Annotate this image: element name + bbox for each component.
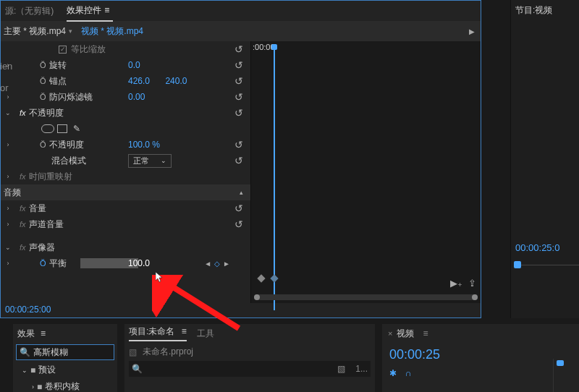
scroll-thumb-left[interactable] [254, 294, 260, 300]
panel-menu-icon[interactable]: ≡ [423, 328, 428, 338]
stopwatch-icon[interactable]: Ŏ [40, 61, 46, 69]
channel-volume-label: 声道音量 [29, 218, 64, 231]
antiflicker-value[interactable]: 0.00 [128, 92, 145, 102]
prev-keyframe-icon[interactable]: ◄ [204, 260, 211, 268]
expand-arrow-icon[interactable]: › [4, 260, 12, 267]
expand-arrow-icon[interactable]: › [4, 61, 12, 69]
rotation-row: › Ŏ 旋转 0.0 ↺ [1, 57, 250, 73]
opacity-value-row: › Ŏ 不透明度 100.0 % ↺ [1, 137, 250, 153]
pen-mask-icon[interactable]: ✎ [73, 124, 80, 134]
playhead[interactable] [269, 44, 279, 51]
expand-arrow-icon[interactable]: › [4, 173, 12, 180]
panel-menu-icon[interactable]: ≡ [104, 5, 113, 15]
timeline-playhead[interactable] [557, 360, 564, 366]
audio-section-header[interactable]: 音频 ▴ [1, 184, 250, 200]
expand-arrow-icon[interactable]: › [4, 141, 12, 148]
panel-menu-icon[interactable]: ≡ [41, 328, 46, 338]
tree-item-kernel[interactable]: › ■ 卷积内核 [13, 378, 117, 392]
collapse-arrow-icon[interactable]: ⌄ [4, 109, 12, 116]
panel-menu-icon[interactable]: ≡ [182, 326, 187, 336]
effects-search[interactable]: 🔍 × [16, 344, 114, 360]
program-tab-label: 节目:视频 [515, 4, 552, 17]
effects-tab-label: 效果 [17, 328, 35, 340]
opacity-value[interactable]: 100.0 % [128, 140, 160, 150]
rotation-value[interactable]: 0.0 [128, 60, 140, 70]
timeline-scrollbar[interactable] [254, 294, 478, 300]
tab-source[interactable]: 源:（无剪辑) [5, 1, 54, 21]
anchor-y[interactable]: 240.0 [165, 76, 187, 86]
tab-tools[interactable]: 工具 [197, 328, 214, 340]
reset-icon[interactable]: ↺ [234, 75, 246, 87]
audio-header-label: 音频 [4, 187, 21, 199]
expand-arrow-icon[interactable]: › [4, 221, 12, 228]
magnet-icon[interactable]: ∩ [405, 368, 412, 378]
reset-icon[interactable]: ↺ [234, 218, 246, 230]
new-bin-icon[interactable]: ▧ [337, 364, 345, 374]
ellipse-mask-icon[interactable] [41, 124, 54, 133]
effect-timeline[interactable]: :00:00 ▶₊ ⇪ [250, 41, 481, 303]
reset-icon[interactable]: ↺ [234, 155, 246, 166]
master-clip-name[interactable]: 主要 * 视频.mp4 [4, 25, 66, 38]
project-search-input[interactable] [147, 364, 333, 375]
current-timecode[interactable]: 00:00:25:00 [1, 303, 481, 316]
fx-icon: fx [20, 220, 26, 229]
channel-volume-row: › fx 声道音量 ↺ [1, 216, 250, 232]
program-playhead[interactable] [514, 261, 521, 268]
play-icon[interactable]: ▶ [469, 27, 475, 35]
reset-icon[interactable]: ↺ [234, 43, 246, 55]
time-ruler[interactable]: :00:00 [251, 41, 481, 57]
timeline-tab[interactable]: × 视频 ≡ [382, 324, 579, 343]
next-keyframe-icon[interactable]: ► [223, 260, 230, 268]
tree-item-presets[interactable]: ⌄ ■ 预设 [13, 362, 117, 378]
stopwatch-icon[interactable]: Ŏ [40, 93, 46, 101]
stopwatch-icon[interactable]: Ŏ [40, 140, 46, 149]
timeline-body: 00:00:25 ✱ ∩ [382, 343, 579, 383]
expand-arrow-icon[interactable]: › [4, 93, 12, 101]
effect-controls-panel: 源:（无剪辑) 效果控件 ≡ 主要 * 视频.mp4 ▾ 视频 * 视频.mp4… [0, 0, 481, 318]
reset-icon[interactable]: ↺ [234, 91, 246, 103]
blend-mode-row: 混合模式 正常 ⌄ ↺ [1, 153, 250, 169]
effects-tab[interactable]: 效果 ≡ [13, 324, 117, 343]
program-timecode[interactable]: 00:00:25:0 [515, 242, 559, 253]
export-icon[interactable]: ⇪ [468, 278, 476, 289]
property-column: ✓ 等比缩放 ↺ › Ŏ 旋转 0.0 ↺ Ŏ 锚点 426.0 240.0 [1, 41, 250, 303]
anchor-label: 锚点 [49, 75, 67, 88]
timeline-ruler-area[interactable] [553, 359, 579, 392]
stopwatch-active-icon[interactable]: Ŏ [40, 259, 46, 268]
expand-arrow-icon[interactable]: › [4, 205, 12, 212]
scroll-thumb-right[interactable] [472, 294, 478, 300]
stopwatch-icon[interactable]: Ŏ [40, 77, 46, 85]
add-keyframe-icon[interactable]: ◇ [214, 260, 220, 268]
tab-label: 效果控件 [67, 4, 101, 17]
rect-mask-icon[interactable] [57, 124, 67, 133]
reset-icon[interactable]: ↺ [234, 107, 246, 119]
checkbox-icon[interactable]: ✓ [59, 46, 67, 54]
program-tab[interactable]: 节目:视频 [511, 0, 579, 20]
folder-icon: ■ [30, 365, 35, 375]
close-tab-icon[interactable]: × [388, 329, 392, 338]
reset-icon[interactable]: ↺ [234, 59, 246, 71]
scale-lock-row: ✓ 等比缩放 ↺ [1, 41, 250, 57]
timeline-timecode[interactable]: 00:00:25 [389, 347, 572, 362]
presets-label: 预设 [38, 364, 56, 376]
fx-icon[interactable]: fx [20, 108, 26, 117]
reset-icon[interactable]: ↺ [234, 139, 246, 150]
keyframe-diamond[interactable] [257, 274, 265, 282]
chevron-down-icon[interactable]: ▾ [69, 27, 72, 35]
opacity-fx-label: 不透明度 [29, 107, 64, 119]
goto-icon[interactable]: ▶₊ [450, 278, 462, 289]
anchor-x[interactable]: 426.0 [128, 76, 150, 86]
tab-project[interactable]: 项目:未命名 ≡ [129, 325, 187, 341]
keyframe-nav: ◄ ◇ ► [204, 260, 230, 268]
tab-effect-controls[interactable]: 效果控件 ≡ [67, 1, 113, 22]
sequence-clip-name[interactable]: 视频 * 视频.mp4 [81, 25, 143, 38]
timeline-panel: × 视频 ≡ 00:00:25 ✱ ∩ [382, 324, 579, 392]
program-ruler[interactable] [514, 265, 579, 278]
collapse-arrow-icon[interactable]: ⌄ [4, 244, 12, 251]
keyframe-diamond[interactable] [270, 274, 278, 282]
blend-mode-dropdown[interactable]: 正常 ⌄ [128, 154, 172, 168]
balance-value[interactable]: 100.0 [128, 258, 150, 268]
snap-icon[interactable]: ✱ [389, 368, 397, 378]
blend-mode-value-wrap: 正常 ⌄ [128, 154, 172, 168]
reset-icon[interactable]: ↺ [234, 203, 246, 214]
